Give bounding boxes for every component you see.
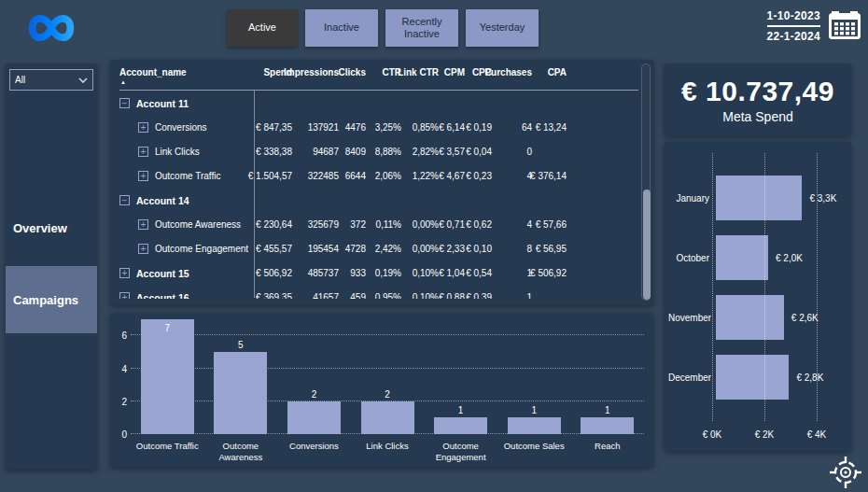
cell-impressions: 322485 — [308, 164, 339, 189]
row-name[interactable]: Account 15 — [136, 261, 189, 286]
row-name[interactable]: Conversions — [155, 116, 207, 140]
chevron-down-icon — [78, 77, 88, 83]
x-axis-tick-label: € 2K — [755, 429, 775, 440]
filter-button-recently-inactive[interactable]: Recently Inactive — [385, 9, 458, 47]
cell-purchases: 4 — [526, 213, 532, 237]
table-row: +Link Clicks€ 338,389468784098,88%2,82%€… — [110, 140, 653, 164]
cell-spend: € 338,38 — [256, 140, 292, 164]
cell-link-ctr: 0,00% — [413, 237, 439, 261]
bar-conversions[interactable] — [287, 401, 341, 434]
hbar-row: January€ 3,3K — [668, 176, 849, 220]
table-row: +Conversions€ 847,3513792144763,25%0,85%… — [110, 116, 653, 140]
column-header-purchases[interactable]: Purchases — [484, 67, 532, 77]
vertical-scrollbar-thumb[interactable] — [643, 190, 651, 300]
bar-november[interactable] — [716, 295, 784, 340]
sidebar-item-overview[interactable]: Overview — [13, 221, 67, 235]
bar-outcome-sales[interactable] — [508, 417, 561, 434]
kpi-label: Meta Spend — [722, 109, 793, 124]
row-name[interactable]: Outcome Awareness — [155, 213, 241, 237]
column-header-account-name[interactable]: Account_name — [119, 67, 187, 77]
cell-link-ctr: 1,22% — [413, 164, 439, 189]
vbar-slot: 1 — [570, 405, 644, 434]
y-axis-tick-label: 6 — [112, 330, 127, 341]
account-filter-dropdown[interactable]: All — [9, 69, 93, 91]
category-label: Link Clicks — [351, 435, 425, 463]
column-header-link-ctr[interactable]: Link CTR — [398, 67, 439, 77]
row-name[interactable]: Account 16 — [136, 286, 189, 299]
hbar-row: December€ 2,8K — [668, 355, 849, 400]
vbar-plot: 02467522111 — [131, 313, 644, 434]
collapse-row-icon[interactable]: − — [119, 98, 130, 108]
data-label: € 2,6K — [791, 313, 819, 323]
data-label: € 3,3K — [809, 193, 836, 204]
cell-clicks: 372 — [350, 213, 366, 237]
cell-spend: € 230,64 — [256, 213, 292, 237]
table-row: +Outcome Engagement€ 455,5719545447282,4… — [110, 237, 653, 261]
sidebar: All Overview Campaigns — [6, 63, 97, 470]
data-label: 5 — [238, 340, 244, 350]
cell-ctr: 0,95% — [375, 286, 401, 299]
cell-link-ctr: 0,85% — [413, 116, 439, 140]
expand-row-icon[interactable]: + — [119, 292, 130, 299]
cell-impressions: 41657 — [313, 286, 339, 299]
data-label: 2 — [312, 389, 317, 400]
calendar-icon[interactable] — [829, 10, 861, 39]
column-header-clicks[interactable]: Clicks — [339, 67, 366, 77]
bar-reach[interactable] — [581, 417, 634, 434]
data-label: € 2,0K — [776, 253, 803, 263]
expand-row-icon[interactable]: + — [138, 219, 148, 230]
sidebar-item-campaigns[interactable]: Campaigns — [6, 266, 97, 333]
cell-cpm: € 2,33 — [439, 237, 465, 261]
expand-row-icon[interactable]: + — [138, 244, 148, 254]
bar-october[interactable] — [716, 235, 768, 280]
collapse-row-icon[interactable]: − — [119, 195, 130, 205]
cell-clicks: 459 — [350, 286, 366, 299]
cell-purchases: 64 — [522, 116, 532, 140]
y-axis-tick-label: 2 — [112, 397, 127, 407]
objective-count-bar-chart: 02467522111 Outcome TrafficOutcome Aware… — [110, 313, 653, 467]
table-row: +Account 16€ 369,35416574590,95%0,10%€ 0… — [110, 286, 653, 299]
expand-row-icon[interactable]: + — [138, 171, 148, 181]
row-name[interactable]: Outcome Traffic — [155, 164, 220, 189]
row-name[interactable]: Outcome Engagement — [155, 237, 248, 261]
bar-january[interactable] — [716, 176, 802, 220]
column-header-cpm[interactable]: CPM — [444, 67, 465, 77]
expand-row-icon[interactable]: + — [119, 268, 130, 278]
bar-outcome-awareness[interactable] — [214, 352, 267, 434]
column-header-impressions[interactable]: Impressions — [284, 67, 339, 77]
row-name[interactable]: Account 11 — [136, 91, 189, 116]
filter-button-inactive[interactable]: Inactive — [305, 9, 378, 47]
vbar-bars: 7522111 — [131, 313, 644, 434]
meta-spend-kpi-card: € 10.737,49 Meta Spend — [665, 63, 851, 135]
campaigns-table-card: Account_name ▲ Spend Impressions Clicks … — [110, 60, 653, 305]
cell-cpm: € 0,71 — [439, 213, 465, 237]
cell-ctr: 0,19% — [375, 261, 401, 286]
expand-row-icon[interactable]: + — [138, 122, 148, 133]
cell-cpa: € 56,95 — [536, 237, 567, 261]
vbar-slot: 7 — [131, 323, 204, 434]
bar-link-clicks[interactable] — [361, 401, 414, 434]
table-row: +Outcome Awareness€ 230,643256793720,11%… — [110, 213, 653, 237]
cell-spend: € 506,92 — [256, 261, 292, 286]
crosshair-target-icon[interactable] — [829, 456, 862, 489]
bar-outcome-traffic[interactable] — [141, 319, 194, 434]
cell-link-ctr: 0,10% — [413, 261, 439, 286]
expand-row-icon[interactable]: + — [138, 147, 148, 157]
cell-clicks: 4476 — [345, 116, 366, 140]
cell-cpm: € 3,57 — [439, 140, 465, 164]
filter-button-active[interactable]: Active — [227, 9, 298, 47]
monthly-spend-bar-chart: January€ 3,3KOctober€ 2,0KNovember€ 2,6K… — [665, 142, 851, 451]
sidebar-item-label: Campaigns — [13, 293, 78, 307]
column-header-cpa[interactable]: CPA — [548, 67, 567, 77]
cell-link-ctr: 0,00% — [413, 213, 439, 237]
bar-outcome-engagement[interactable] — [434, 417, 487, 434]
cell-cpm: € 6,14 — [439, 116, 465, 140]
cell-cpc: € 0,04 — [466, 140, 492, 164]
row-name[interactable]: Link Clicks — [155, 140, 200, 164]
filter-button-yesterday[interactable]: Yesterday — [466, 9, 539, 47]
row-name[interactable]: Account 14 — [136, 189, 189, 213]
cell-ctr: 2,42% — [375, 237, 401, 261]
bar-december[interactable] — [716, 355, 789, 400]
table-row: +Outcome Traffic€ 1.504,5732248566442,06… — [110, 164, 653, 189]
cell-impressions: 137921 — [308, 116, 339, 140]
